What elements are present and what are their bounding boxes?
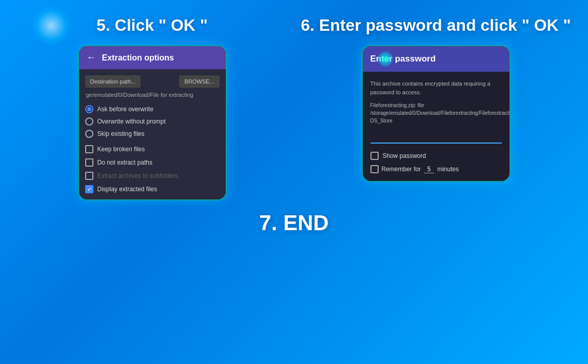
extraction-body: Destination path... BROWSE... ge/emulate… xyxy=(79,69,226,199)
checkbox-keep-broken-label: Keep broken files xyxy=(97,146,145,153)
browse-button[interactable]: BROWSE... xyxy=(179,75,219,88)
radio-unselected-icon-2[interactable] xyxy=(85,130,93,138)
password-input-container xyxy=(370,131,502,144)
path-text: ge/emulated/0/Download/File for extracti… xyxy=(85,92,220,98)
step6-title: 6. Enter password and click " OK " xyxy=(301,15,571,35)
password-file-path: Fileforextracting.zip: file /storage/emu… xyxy=(370,102,502,125)
radio-group: Ask before overwrite Overwrite without p… xyxy=(85,105,220,138)
checkbox-extract-subfolders-box xyxy=(85,172,93,180)
destination-row: Destination path... BROWSE... xyxy=(85,75,220,88)
radio-ask-label: Ask before overwrite xyxy=(97,106,153,113)
steps-row: 5. Click " OK " ← Extraction options Des… xyxy=(10,15,578,200)
checkbox-keep-broken: Keep broken files xyxy=(85,145,220,153)
remember-label-after: minutes xyxy=(437,166,459,173)
show-password-checkbox[interactable] xyxy=(370,152,379,160)
radio-ask-before-overwrite: Ask before overwrite xyxy=(85,105,220,113)
checkbox-extract-subfolders-label: Extract archives to subfolders xyxy=(97,172,178,179)
radio-skip-label: Skip existing files xyxy=(97,130,145,137)
radio-overwrite-label: Overwrite without prompt xyxy=(97,118,166,125)
show-password-option: Show password xyxy=(370,152,502,160)
checkbox-keep-broken-box[interactable] xyxy=(85,145,93,153)
step5-phone-frame: ← Extraction options Destination path...… xyxy=(78,45,227,200)
radio-overwrite-without-prompt: Overwrite without prompt xyxy=(85,117,220,126)
checkbox-group: Keep broken files Do not extract paths E… xyxy=(85,145,220,193)
remember-label-before: Remember for xyxy=(382,166,421,173)
radio-unselected-icon-1[interactable] xyxy=(85,117,93,126)
checkbox-display-extracted: Display extracted files xyxy=(85,185,220,193)
show-password-label: Show password xyxy=(383,152,426,159)
main-container: 5. Click " OK " ← Extraction options Des… xyxy=(0,0,588,364)
radio-skip-existing: Skip existing files xyxy=(85,130,220,138)
destination-path-button[interactable]: Destination path... xyxy=(85,75,141,88)
remember-minutes-input[interactable] xyxy=(424,166,434,173)
checkbox-display-extracted-label: Display extracted files xyxy=(97,186,158,193)
remember-row: Remember for minutes xyxy=(370,165,502,173)
back-arrow-icon[interactable]: ← xyxy=(87,52,96,63)
bg-glow-2 xyxy=(378,51,393,67)
step5-title: 5. Click " OK " xyxy=(96,15,208,35)
checkbox-do-not-extract-box[interactable] xyxy=(85,158,93,167)
password-options: Show password Remember for minutes xyxy=(370,152,502,173)
remember-checkbox[interactable] xyxy=(370,165,379,173)
checkbox-do-not-extract: Do not extract paths xyxy=(85,158,220,167)
password-input[interactable] xyxy=(370,131,502,140)
password-desc: This archive contains encrypted data req… xyxy=(370,79,502,96)
radio-selected-icon[interactable] xyxy=(85,105,93,113)
extraction-header: ← Extraction options xyxy=(79,46,226,69)
extraction-options-title: Extraction options xyxy=(102,53,174,63)
bg-glow-1 xyxy=(31,5,72,46)
checkbox-display-extracted-box[interactable] xyxy=(85,185,93,193)
password-body: This archive contains encrypted data req… xyxy=(363,72,509,181)
step6-column: 6. Enter password and click " OK " Enter… xyxy=(300,15,572,182)
checkbox-extract-subfolders: Extract archives to subfolders xyxy=(85,172,220,180)
checkbox-do-not-extract-label: Do not extract paths xyxy=(97,159,152,166)
step7-title: 7. END xyxy=(259,211,328,235)
